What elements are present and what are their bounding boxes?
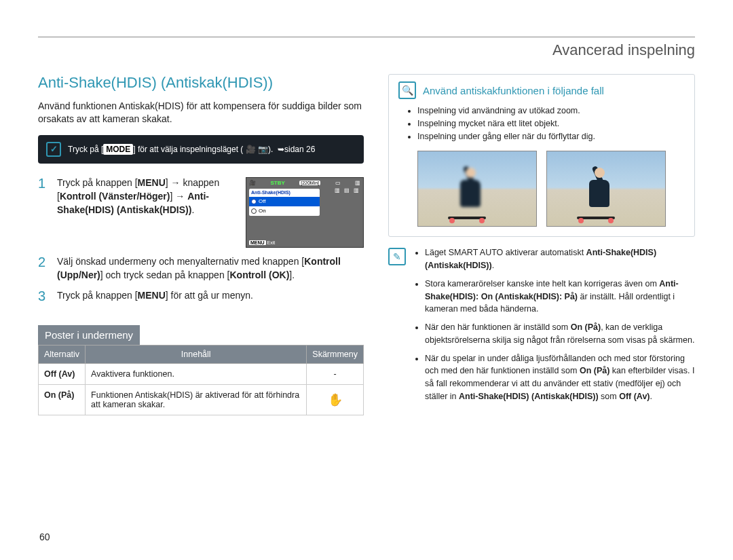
mode-button-label: MODE bbox=[103, 144, 133, 155]
table-row: Off (Av) Avaktivera funktionen. - bbox=[39, 364, 364, 385]
step-1-text: Tryck på knappen [MENU] → knappen [Kontr… bbox=[57, 176, 239, 248]
lcd-menu-item-off: Off bbox=[249, 197, 320, 206]
text: ] och tryck sedan på knappen [ bbox=[100, 269, 230, 280]
remaining-minutes: [220Min] bbox=[299, 181, 320, 185]
lcd-off-label: Off bbox=[259, 198, 266, 204]
page-ref-arrow-icon: ➥ bbox=[278, 145, 284, 154]
lcd-exit-tag: MENU bbox=[249, 240, 266, 245]
left-column: Anti-Shake(HDIS) (Antiskak(HDIS)) Använd… bbox=[38, 74, 364, 415]
callout-bullets: Inspelning vid användning av utökad zoom… bbox=[417, 105, 685, 143]
col-content: Innehåll bbox=[86, 346, 307, 364]
notes-block: ✎ Läget SMART AUTO aktiverar automatiskt… bbox=[388, 246, 695, 408]
note-item: Stora kamerarörelser kanske inte helt ka… bbox=[425, 278, 695, 316]
opt-off-desc: Avaktivera funktionen. bbox=[86, 364, 307, 385]
lcd-exit-text: Exit bbox=[267, 240, 276, 245]
step-number: 1 bbox=[38, 176, 49, 248]
callout-bullet: Inspelning under gång eller när du förfl… bbox=[417, 130, 685, 143]
text: Stora kamerarörelser kanske inte helt ka… bbox=[425, 279, 659, 288]
col-screenmenu: Skärmmeny bbox=[307, 346, 364, 364]
manual-page: Avancerad inspelning Anti-Shake(HDIS) (A… bbox=[0, 0, 733, 560]
text: . bbox=[650, 392, 652, 401]
camera-lcd-illustration: 🎥 STBY [220Min] ▭ ▥ ▥ ▤ ▥ Anti-Shake(HDI… bbox=[246, 177, 364, 248]
rec-icon: 🎥 bbox=[249, 180, 256, 186]
lcd-menu-item-on: On bbox=[249, 206, 320, 216]
lcd-menu-header: Anti-Shake(HDIS) bbox=[249, 189, 320, 197]
page-reference: sidan 26 bbox=[284, 145, 315, 154]
section-title: Anti-Shake(HDIS) (Antiskak(HDIS)) bbox=[38, 74, 364, 92]
text: som bbox=[599, 392, 620, 401]
text: ). bbox=[268, 145, 273, 154]
control-button-ref: Kontroll (Vänster/Höger) bbox=[60, 191, 170, 202]
mode-hint-box: ✓ Tryck på [MODE] för att välja inspelni… bbox=[38, 135, 364, 164]
lcd-right-icons: ▥ ▤ ▥ bbox=[335, 187, 360, 193]
example-photo-sharp bbox=[546, 151, 666, 227]
opt-off: Off (Av) bbox=[44, 369, 75, 379]
chapter-breadcrumb: Avancerad inspelning bbox=[38, 41, 695, 59]
step-2: 2 Välj önskad undermeny och menyalternat… bbox=[38, 255, 364, 282]
example-photo-blurred bbox=[417, 151, 537, 227]
step-number: 2 bbox=[38, 255, 49, 282]
callout-title: Använd antiskakfunktionen i följande fal… bbox=[423, 85, 604, 96]
text: . bbox=[191, 204, 194, 215]
table-row: On (På) Funktionen Antiskak(HDIS) är akt… bbox=[39, 385, 364, 415]
card-icon: ▭ bbox=[335, 180, 341, 186]
example-photos bbox=[398, 151, 685, 227]
step-3: 3 Tryck på knappen [MENU] för att gå ur … bbox=[38, 288, 364, 303]
text: När den här funktionen är inställd som bbox=[425, 322, 571, 332]
check-in-box-icon: ✓ bbox=[46, 142, 61, 157]
text: Tryck på [ bbox=[68, 145, 103, 154]
note-item: När du spelar in under dåliga ljusförhål… bbox=[425, 352, 695, 403]
text: Tryck på knappen [ bbox=[57, 290, 138, 301]
callout-bullet: Inspelning vid användning av utökad zoom… bbox=[417, 105, 685, 117]
opt-off-icon: - bbox=[307, 364, 364, 385]
mode-hint-text: Tryck på [MODE] för att välja inspelning… bbox=[68, 145, 315, 154]
stby-label: STBY bbox=[270, 180, 284, 186]
bold: Anti-Shake(HDIS) (Antiskak(HDIS)) bbox=[459, 392, 599, 401]
bold: Off (Av) bbox=[619, 392, 650, 401]
video-mode-icon: 🎥 bbox=[246, 145, 256, 154]
step-3-text: Tryck på knappen [MENU] för att gå ur me… bbox=[57, 288, 364, 303]
note-item: När den här funktionen är inställd som O… bbox=[425, 321, 695, 347]
opt-on: On (På) bbox=[44, 390, 74, 400]
text: Läget SMART AUTO aktiverar automatiskt bbox=[425, 248, 586, 257]
notes-list: Läget SMART AUTO aktiverar automatiskt A… bbox=[413, 246, 695, 408]
photo-mode-icon: 📷 bbox=[258, 145, 268, 154]
step-1: 1 Tryck på knappen [MENU] → knappen [Kon… bbox=[38, 176, 364, 248]
lcd-exit-hint: MENU Exit bbox=[249, 240, 275, 245]
text: ] → bbox=[170, 191, 187, 202]
text: Tryck på knappen [ bbox=[57, 177, 138, 188]
page-number: 60 bbox=[39, 531, 50, 542]
magnifier-icon: 🔍 bbox=[398, 81, 416, 99]
col-option: Alternativ bbox=[39, 346, 86, 364]
text: ]. bbox=[289, 269, 295, 280]
two-column-layout: Anti-Shake(HDIS) (Antiskak(HDIS)) Använd… bbox=[38, 74, 695, 415]
text: Välj önskad undermeny och menyalternativ… bbox=[57, 256, 304, 267]
battery-icon: ▥ bbox=[355, 180, 360, 186]
text: . bbox=[492, 261, 494, 270]
right-column: 🔍 Använd antiskakfunktionen i följande f… bbox=[388, 74, 695, 415]
menu-button-ref: MENU bbox=[138, 177, 166, 188]
note-item: Läget SMART AUTO aktiverar automatiskt A… bbox=[425, 246, 695, 272]
antishake-hand-icon: ✋ bbox=[328, 393, 343, 407]
text: ] för att gå ur menyn. bbox=[166, 290, 253, 301]
bold: On (På) bbox=[580, 366, 609, 375]
ok-button-ref: Kontroll (OK) bbox=[229, 269, 289, 280]
bold: On (På) bbox=[571, 322, 601, 332]
step-number: 3 bbox=[38, 288, 49, 303]
menu-button-ref: MENU bbox=[138, 290, 166, 301]
steps-list: 1 Tryck på knappen [MENU] → knappen [Kon… bbox=[38, 176, 364, 304]
opt-on-desc: Funktionen Antiskak(HDIS) är aktiverad f… bbox=[86, 385, 307, 415]
text: ] för att välja inspelningsläget ( bbox=[133, 145, 243, 154]
note-icon: ✎ bbox=[388, 248, 406, 265]
submenu-header: Poster i undermeny bbox=[38, 325, 140, 345]
header-rule bbox=[38, 37, 695, 37]
lcd-on-label: On bbox=[259, 208, 266, 214]
usage-callout: 🔍 Använd antiskakfunktionen i följande f… bbox=[388, 74, 695, 237]
callout-bullet: Inspelning mycket nära ett litet objekt. bbox=[417, 117, 685, 130]
step-2-text: Välj önskad undermeny och menyalternativ… bbox=[57, 255, 364, 282]
lead-paragraph: Använd funktionen Antiskak(HDIS) för att… bbox=[38, 100, 364, 126]
submenu-table: Alternativ Innehåll Skärmmeny Off (Av) A… bbox=[38, 345, 364, 415]
